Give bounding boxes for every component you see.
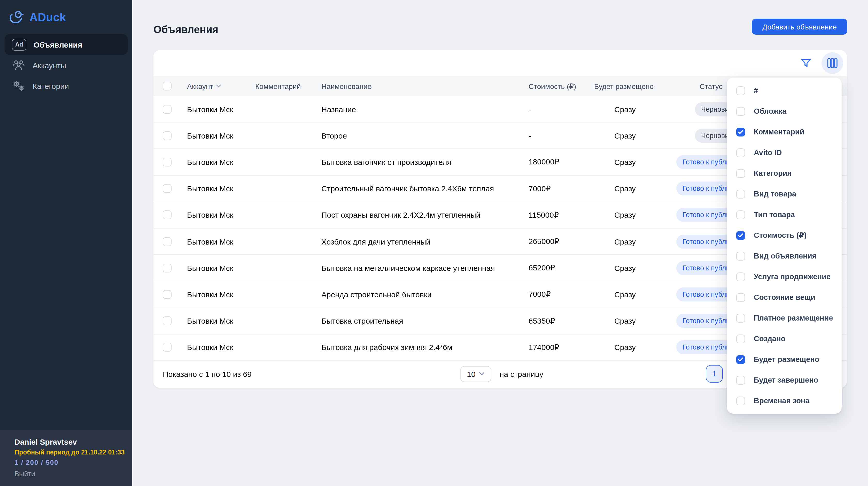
column-toggle-label: Обложка — [754, 107, 786, 115]
cell-account: Бытовки Мск — [187, 316, 255, 325]
cell-placement: Сразу — [594, 105, 700, 113]
cell-name: Второе — [321, 131, 529, 140]
checkbox-unchecked[interactable] — [736, 396, 745, 405]
row-checkbox[interactable] — [163, 316, 172, 325]
sidebar-item-label: Объявления — [34, 40, 82, 49]
cell-checkbox-wrap — [163, 290, 187, 299]
column-toggle-10[interactable]: Состояние вещи — [727, 287, 842, 308]
cell-name: Бытовка для рабочих зимняя 2.4*6м — [321, 343, 529, 352]
sidebar-item-categories[interactable]: Категории — [5, 76, 128, 96]
column-toggle-4[interactable]: Категория — [727, 163, 842, 183]
checkbox-unchecked[interactable] — [736, 376, 745, 384]
checkbox-unchecked[interactable] — [736, 252, 745, 260]
user-name: Daniel Spravtsev — [14, 437, 132, 446]
column-toggle-6[interactable]: Тип товара — [727, 204, 842, 225]
table-toolbar — [153, 50, 847, 76]
column-header-price[interactable]: Стоимость (₽) — [529, 82, 594, 90]
cell-price: 265000₽ — [529, 237, 594, 246]
column-toggle-15[interactable]: Временая зона — [727, 390, 842, 411]
sidebar-item-ads[interactable]: Ad Объявления — [5, 34, 128, 55]
row-checkbox[interactable] — [163, 211, 172, 220]
row-checkbox[interactable] — [163, 263, 172, 272]
app-window: ADuck Ad Объявления Аккаун — [0, 0, 868, 486]
column-toggle-12[interactable]: Создано — [727, 328, 842, 349]
page-title: Объявления — [153, 24, 218, 36]
cell-account: Бытовки Мск — [187, 211, 255, 220]
cell-price: 180000₽ — [529, 158, 594, 167]
cell-account: Бытовки Мск — [187, 237, 255, 246]
column-toggle-label: Будет завершено — [754, 376, 818, 384]
page-size-select[interactable]: 10 — [460, 366, 491, 382]
column-toggle-label: Стоимость (₽) — [754, 231, 807, 239]
column-toggle-2[interactable]: Комментарий — [727, 121, 842, 142]
row-checkbox[interactable] — [163, 343, 172, 352]
cell-account: Бытовки Мск — [187, 263, 255, 272]
cell-checkbox-wrap — [163, 158, 187, 167]
checkbox-unchecked[interactable] — [736, 293, 745, 302]
column-toggle-label: Временая зона — [754, 397, 810, 405]
app-name: ADuck — [29, 11, 66, 24]
checkbox-unchecked[interactable] — [736, 86, 745, 95]
filter-icon[interactable] — [800, 57, 812, 69]
column-toggle-label: Тип товара — [754, 210, 795, 219]
checkbox-unchecked[interactable] — [736, 169, 745, 178]
column-header-placement[interactable]: Будет размещено — [594, 82, 700, 90]
cell-name: Хозблок для дачи утепленный — [321, 237, 529, 246]
columns-button[interactable] — [822, 52, 843, 74]
checkbox-unchecked[interactable] — [736, 210, 745, 219]
logout-link[interactable]: Выйти — [14, 470, 132, 478]
cell-price: 7000₽ — [529, 184, 594, 193]
checkbox-unchecked[interactable] — [736, 334, 745, 343]
column-toggle-1[interactable]: Обложка — [727, 101, 842, 121]
cell-account: Бытовки Мск — [187, 131, 255, 140]
sidebar-item-accounts[interactable]: Аккаунты — [5, 55, 128, 76]
row-checkbox[interactable] — [163, 184, 172, 193]
page-1-button[interactable]: 1 — [706, 365, 723, 382]
column-toggle-label: Комментарий — [754, 128, 804, 136]
row-checkbox[interactable] — [163, 131, 172, 140]
column-header-name[interactable]: Наименование — [321, 82, 529, 90]
pagination-summary: Показано с 1 по 10 из 69 — [163, 370, 252, 378]
cell-price: 65200₽ — [529, 263, 594, 273]
column-toggle-13[interactable]: Будет размещено — [727, 349, 842, 370]
checkbox-unchecked[interactable] — [736, 190, 745, 198]
cell-checkbox-wrap — [163, 211, 187, 220]
column-toggle-3[interactable]: Avito ID — [727, 142, 842, 163]
column-toggle-8[interactable]: Вид объявления — [727, 246, 842, 266]
checkbox-unchecked[interactable] — [736, 107, 745, 116]
column-toggle-label: Avito ID — [754, 148, 782, 156]
column-toggle-5[interactable]: Вид товара — [727, 183, 842, 204]
cell-name: Строительный вагончик бытовка 2.4Х6м теп… — [321, 184, 529, 193]
row-checkbox[interactable] — [163, 237, 172, 246]
select-all-checkbox[interactable] — [163, 82, 172, 90]
checkbox-unchecked[interactable] — [736, 272, 745, 281]
column-header-comment[interactable]: Комментарий — [255, 82, 321, 90]
trial-period-text: Пробный период до 21.10.22 01:33 — [14, 449, 132, 456]
row-checkbox[interactable] — [163, 105, 172, 113]
row-checkbox[interactable] — [163, 290, 172, 299]
cell-checkbox-wrap — [163, 105, 187, 113]
column-toggle-0[interactable]: # — [727, 80, 842, 101]
column-header-account[interactable]: Аккаунт — [187, 82, 255, 90]
cell-account: Бытовки Мск — [187, 184, 255, 193]
column-toggle-14[interactable]: Будет завершено — [727, 370, 842, 390]
add-listing-button[interactable]: Добавить объявление — [752, 19, 847, 35]
cell-placement: Сразу — [594, 131, 700, 140]
row-checkbox[interactable] — [163, 158, 172, 167]
checkbox-checked[interactable] — [736, 127, 745, 136]
cell-account: Бытовки Мск — [187, 105, 255, 113]
column-toggle-label: Категория — [754, 169, 792, 177]
column-toggle-11[interactable]: Платное размещение — [727, 308, 842, 328]
column-toggle-label: Будет размещено — [754, 355, 819, 364]
duck-logo-icon — [8, 10, 25, 25]
cell-price: - — [529, 105, 594, 113]
cell-price: 7000₽ — [529, 290, 594, 299]
checkbox-unchecked[interactable] — [736, 148, 745, 157]
checkbox-unchecked[interactable] — [736, 314, 745, 322]
column-toggle-9[interactable]: Услуга продвижение — [727, 266, 842, 287]
checkbox-checked[interactable] — [736, 231, 745, 240]
checkbox-checked[interactable] — [736, 355, 745, 364]
users-icon — [12, 59, 25, 72]
column-toggle-7[interactable]: Стоимость (₽) — [727, 225, 842, 246]
cell-price: 65350₽ — [529, 316, 594, 325]
